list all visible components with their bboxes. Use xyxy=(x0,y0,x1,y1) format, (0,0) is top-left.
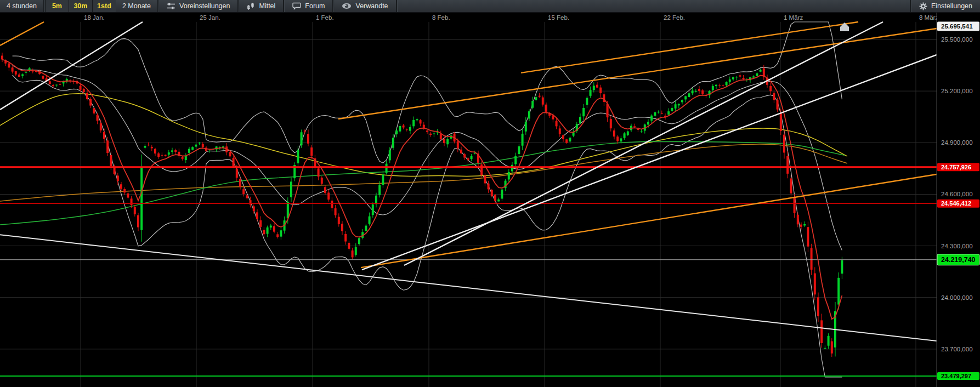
candle-body xyxy=(15,71,17,75)
candle-body xyxy=(603,94,605,102)
candle-body xyxy=(658,112,660,112)
candle-body xyxy=(522,134,524,146)
candle-body xyxy=(406,129,408,129)
settings-label: Einstellungen xyxy=(931,2,972,10)
range-button[interactable]: 2 Monate xyxy=(116,0,157,12)
candle-body xyxy=(171,150,173,151)
candle-body xyxy=(229,152,231,156)
candle-body xyxy=(573,132,575,135)
candle-body xyxy=(828,336,830,346)
candle-body xyxy=(837,278,840,305)
candle-body xyxy=(365,226,367,231)
presets-label: Voreinstellungen xyxy=(179,2,230,10)
candle-body xyxy=(318,168,320,177)
candle-body xyxy=(8,63,10,67)
price-badge-label: 24.546,412 xyxy=(941,200,971,207)
candle-body xyxy=(678,104,680,105)
speech-bubble-icon xyxy=(292,2,301,10)
candle-body xyxy=(811,248,813,270)
candle-body xyxy=(321,178,323,184)
candle-body xyxy=(440,134,442,139)
candle-body xyxy=(297,150,299,163)
svg-text:15 Feb.: 15 Feb. xyxy=(548,14,569,21)
candle-body xyxy=(712,86,714,90)
candle-body xyxy=(21,75,24,76)
candle-body xyxy=(807,227,809,247)
candle-body xyxy=(446,139,449,145)
candle-body xyxy=(423,125,425,128)
candle-body xyxy=(358,238,360,244)
timeframe-1std-button[interactable]: 1std xyxy=(92,0,116,12)
candle-body xyxy=(236,169,238,178)
candle-body xyxy=(120,184,122,189)
forum-button[interactable]: Forum xyxy=(285,0,332,12)
candle-body xyxy=(667,111,670,115)
means-button[interactable]: Mittel xyxy=(239,0,283,12)
candle-body xyxy=(123,189,126,192)
candle-body xyxy=(253,206,255,211)
candle-body xyxy=(420,120,422,123)
candle-body xyxy=(168,152,170,155)
candle-body xyxy=(790,178,792,193)
candle-body xyxy=(403,126,405,128)
candle-body xyxy=(324,187,326,193)
candle-body xyxy=(287,202,289,218)
candle-body xyxy=(777,100,779,110)
candle-body xyxy=(195,145,197,147)
candle-body xyxy=(457,141,459,149)
candle-body xyxy=(144,146,146,148)
related-button[interactable]: Verwandte xyxy=(334,0,395,12)
candle-body xyxy=(556,121,558,126)
svg-text:22 Feb.: 22 Feb. xyxy=(664,14,685,21)
candle-body xyxy=(140,167,143,230)
candle-body xyxy=(661,113,663,113)
candle-body xyxy=(191,147,194,150)
candle-body xyxy=(352,251,354,258)
candle-body xyxy=(97,115,99,121)
candle-body xyxy=(756,73,758,76)
candle-body xyxy=(110,155,112,166)
settings-button[interactable]: Einstellungen xyxy=(911,0,980,12)
candle-body xyxy=(684,96,687,100)
candle-body xyxy=(412,120,415,127)
candle-body xyxy=(382,174,384,185)
candle-body xyxy=(355,247,357,255)
candle-body xyxy=(335,208,337,215)
candle-body xyxy=(786,156,789,173)
candle-body xyxy=(1,56,3,60)
candle-body xyxy=(820,320,823,343)
candle-body xyxy=(675,104,677,109)
candle-body xyxy=(692,90,694,93)
candle-body xyxy=(484,175,486,183)
candle-body xyxy=(817,297,819,316)
candle-body xyxy=(471,156,473,160)
candle-body xyxy=(579,117,581,123)
candlestick-icon xyxy=(247,2,255,10)
candle-body xyxy=(467,158,469,161)
candle-body xyxy=(688,93,690,97)
candle-body xyxy=(270,226,272,228)
price-chart[interactable]: 18 Jan.25 Jan.1 Feb.8 Feb.15 Feb.22 Feb.… xyxy=(0,0,980,387)
candle-body xyxy=(106,140,109,153)
presets-button[interactable]: Voreinstellungen xyxy=(159,0,237,12)
candle-body xyxy=(83,89,85,92)
timeframe-active-button[interactable]: 4 stunden xyxy=(0,0,43,12)
candle-body xyxy=(154,149,156,153)
candle-body xyxy=(202,144,204,147)
candle-body xyxy=(627,132,629,135)
price-badge-label: 25.695,541 xyxy=(941,23,973,30)
candle-body xyxy=(743,78,745,79)
candle-body xyxy=(726,82,728,86)
candle-body xyxy=(769,86,772,91)
candle-body xyxy=(535,97,537,100)
candle-body xyxy=(100,123,102,130)
candle-body xyxy=(729,79,731,82)
candle-body xyxy=(242,189,245,194)
candle-body xyxy=(800,225,802,227)
candle-body xyxy=(715,85,717,86)
means-label: Mittel xyxy=(259,2,275,10)
candle-body xyxy=(794,197,796,213)
timeframe-5m-button[interactable]: 5m xyxy=(45,0,69,12)
candle-body xyxy=(426,130,428,132)
timeframe-30m-button[interactable]: 30m xyxy=(69,0,92,12)
